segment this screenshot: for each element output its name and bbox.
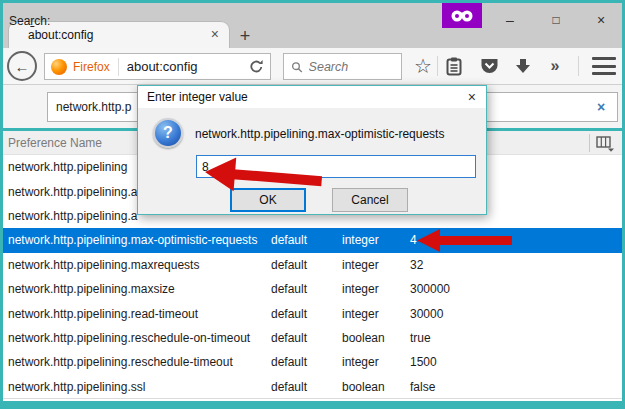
- cell-name: network.http.pipelining.max-optimistic-r…: [8, 233, 271, 247]
- reload-icon: [249, 59, 264, 74]
- menu-icon: [592, 57, 616, 60]
- table-row[interactable]: network.http.pipelining.ssldefaultboolea…: [0, 375, 625, 399]
- cell-name: network.http.pipelining.reschedule-on-ti…: [8, 331, 271, 345]
- bookmark-star-button[interactable]: ☆: [411, 54, 435, 78]
- dialog-title: Enter integer value: [147, 90, 248, 104]
- star-icon: ☆: [414, 56, 432, 76]
- table-bottom-border: [0, 398, 625, 399]
- window-border: [0, 0, 625, 3]
- tab-close-icon[interactable]: ×: [211, 26, 219, 42]
- minimize-button[interactable]: –: [497, 10, 523, 30]
- new-tab-button[interactable]: +: [234, 25, 256, 47]
- pref-search-label: Search:: [9, 14, 50, 28]
- cell-type: boolean: [342, 331, 410, 345]
- table-row[interactable]: network.http.pipelining.reschedule-on-ti…: [0, 326, 625, 350]
- downloads-button[interactable]: [511, 54, 535, 78]
- cell-status: default: [271, 331, 342, 345]
- table-row[interactable]: network.http.pipelining.reschedule-timeo…: [0, 350, 625, 374]
- label-text: ch:: [34, 14, 50, 28]
- cell-value: false: [410, 380, 625, 394]
- cell-value: 30000: [410, 307, 625, 321]
- label-text: Sea: [9, 14, 30, 28]
- column-picker-icon: [596, 136, 616, 152]
- cancel-button[interactable]: Cancel: [332, 188, 408, 212]
- cell-status: default: [271, 258, 342, 272]
- cell-type: integer: [342, 258, 410, 272]
- firefox-identity-icon: [51, 59, 67, 75]
- url-text[interactable]: about:config: [127, 59, 249, 74]
- private-browsing-badge: [442, 3, 482, 28]
- table-row[interactable]: network.http.pipelining.read-timeoutdefa…: [0, 301, 625, 325]
- cell-name: network.http.pipelining.maxrequests: [8, 258, 271, 272]
- overflow-button[interactable]: »: [543, 54, 567, 78]
- firefox-window: about:config × + – □ × ← Firefox about:c…: [0, 0, 625, 409]
- cell-type: integer: [342, 282, 410, 296]
- cell-type: integer: [342, 233, 410, 247]
- url-separator: [118, 58, 119, 76]
- table-row[interactable]: network.http.pipelining.maxrequestsdefau…: [0, 253, 625, 277]
- column-preference-name: Preference Name: [8, 136, 102, 150]
- window-border: [0, 0, 3, 409]
- maximize-button[interactable]: □: [543, 10, 569, 30]
- cell-value: true: [410, 331, 625, 345]
- dialog-close-icon[interactable]: ×: [468, 89, 476, 105]
- cell-type: boolean: [342, 380, 410, 394]
- cell-status: default: [271, 282, 342, 296]
- download-icon: [515, 58, 531, 74]
- cell-name: network.http.pipelining.maxsize: [8, 282, 271, 296]
- cell-name: network.http.pipelining.read-timeout: [8, 307, 271, 321]
- cell-type: integer: [342, 355, 410, 369]
- question-icon: ?: [153, 118, 183, 148]
- table-row[interactable]: network.http.pipelining.maxsizedefaultin…: [0, 277, 625, 301]
- window-border: [0, 401, 625, 409]
- toolbar-separator: [578, 56, 579, 76]
- red-arrow-annotation-value: [417, 227, 514, 254]
- column-picker-button[interactable]: [596, 136, 616, 152]
- menu-icon: [592, 65, 616, 68]
- mask-icon: [450, 9, 474, 23]
- url-bar[interactable]: Firefox about:config: [44, 53, 271, 80]
- header-divider: [589, 134, 590, 152]
- cell-status: default: [271, 380, 342, 394]
- cell-name: network.http.pipelining.reschedule-timeo…: [8, 355, 271, 369]
- table-row[interactable]: network.http.pipelining.max-optimistic-r…: [0, 228, 625, 252]
- toolbar-search[interactable]: [283, 53, 402, 80]
- menu-button[interactable]: [592, 57, 616, 75]
- clear-search-icon[interactable]: ×: [597, 99, 605, 115]
- dialog-titlebar: Enter integer value ×: [138, 86, 486, 108]
- close-button[interactable]: ×: [588, 10, 614, 30]
- menu-icon: [592, 72, 616, 75]
- cell-status: default: [271, 307, 342, 321]
- identity-label: Firefox: [73, 60, 110, 74]
- clipboard-icon: [446, 57, 462, 76]
- dialog-message: network.http.pipelining.max-optimistic-r…: [195, 127, 444, 141]
- tab-title: about:config: [28, 28, 93, 42]
- toolbar-separator: [437, 56, 438, 76]
- cell-type: integer: [342, 307, 410, 321]
- cell-name: network.http.pipelining.ssl: [8, 380, 271, 394]
- cell-status: default: [271, 355, 342, 369]
- toolbar-search-input[interactable]: [309, 60, 394, 74]
- pocket-icon: [480, 57, 499, 75]
- cell-value: 32: [410, 258, 625, 272]
- cell-value: 300000: [410, 282, 625, 296]
- cell-value: 1500: [410, 355, 625, 369]
- cell-status: default: [271, 233, 342, 247]
- reload-button[interactable]: [249, 59, 264, 74]
- titlebar: about:config × + – □ ×: [0, 0, 625, 48]
- bookmarks-menu-button[interactable]: [442, 54, 466, 78]
- back-button[interactable]: ←: [7, 51, 37, 81]
- search-icon: [291, 60, 303, 74]
- pocket-button[interactable]: [477, 54, 501, 78]
